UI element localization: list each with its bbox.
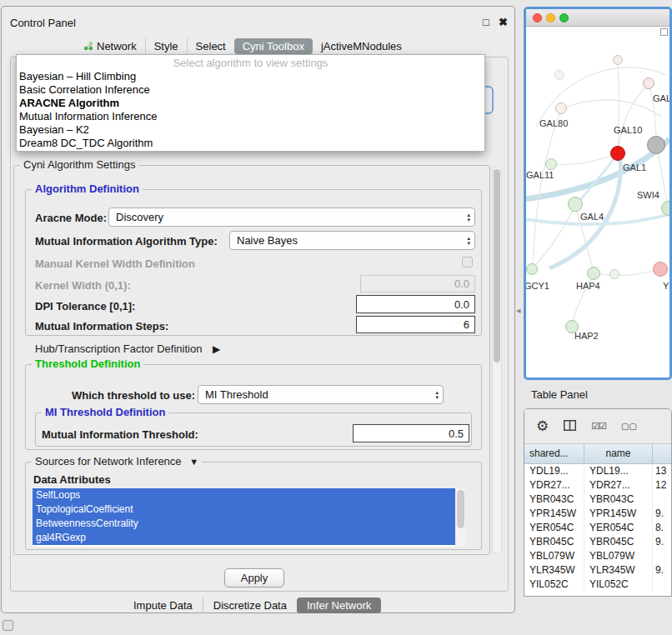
network-node-label: HAP2 (574, 331, 599, 341)
algorithm-option-bayesian-hill-climbing[interactable]: Bayesian – Hill Climbing (17, 70, 484, 83)
sources-collapser[interactable]: Sources for Network Inference ▼ (32, 456, 202, 468)
network-node[interactable] (643, 78, 654, 89)
table-cell: YLR345W (524, 563, 584, 578)
hub-definition-label: Hub/Transcription Factor Definition (35, 342, 202, 355)
tab-cyni-toolbox[interactable]: Cyni Toolbox (234, 38, 313, 54)
mi-threshold-field[interactable]: 0.5 (353, 424, 469, 442)
table-cell: 12 (653, 478, 671, 492)
dpi-tolerance-field[interactable]: 0.0 (356, 295, 475, 313)
close-icon[interactable]: ✖ (499, 16, 508, 28)
table-cell: YDL19... (584, 464, 653, 478)
algorithm-option-basic-correlation-inference[interactable]: Basic Correlation Inference (17, 83, 484, 97)
network-node-label: GAL10 (614, 125, 642, 135)
which-threshold-label: Which threshold to use: (72, 389, 195, 402)
network-node[interactable] (613, 55, 623, 65)
tab-impute-data[interactable]: Impute Data (123, 598, 203, 613)
table-row[interactable]: YPR145WYPR145W9. (524, 507, 671, 521)
columns-icon[interactable] (564, 420, 576, 433)
network-window-titlebar[interactable] (526, 9, 669, 27)
tab-select[interactable]: Select (187, 38, 234, 54)
algorithm-option-dream8-dc-tdc-algorithm[interactable]: Dream8 DC_TDC Algorithm (17, 137, 484, 150)
manual-kernel-width-label: Manual Kernel Width Definition (35, 258, 195, 270)
settings-scrollbar-thumb[interactable] (494, 169, 500, 362)
table-row[interactable]: YIL052CYIL052C (524, 578, 671, 592)
float-window-icon[interactable]: □ (483, 16, 489, 28)
which-threshold-select[interactable]: MI Threshold ▴▾ (198, 385, 444, 404)
algorithm-option-mutual-information-inference[interactable]: Mutual Information Inference (17, 110, 484, 123)
zoom-traffic-light[interactable] (559, 13, 569, 22)
tab-label: jActiveMNodules (321, 40, 402, 52)
panel-corner-icon[interactable] (3, 620, 13, 631)
mi-algorithm-type-value: Naive Bayes (237, 234, 298, 247)
mi-steps-field[interactable]: 6 (356, 316, 475, 333)
tab-style[interactable]: Style (145, 38, 187, 54)
apply-button[interactable]: Apply (224, 568, 284, 588)
table-cell: 9. (653, 563, 671, 578)
control-panel-tabbar: NetworkStyleSelectCyni ToolboxjActiveMNo… (75, 37, 410, 55)
table-cell: 9. (653, 535, 671, 549)
splitter-collapse-icon[interactable]: ◂ (516, 305, 521, 316)
column-header-col2[interactable] (653, 444, 671, 463)
attributes-scrollbar-thumb[interactable] (457, 490, 464, 528)
network-node[interactable] (587, 267, 600, 280)
algorithm-option-aracne-algorithm[interactable]: ARACNE Algorithm (17, 97, 484, 110)
table-cell: YER054C (584, 521, 653, 535)
network-node[interactable] (555, 102, 567, 114)
table-body: YDL19...YDL19...13YDR27...YDR27...12YBR0… (524, 464, 671, 592)
table-row[interactable]: YER054CYER054C8. (524, 521, 671, 535)
column-header-name[interactable]: name (584, 444, 653, 463)
manual-kernel-width-checkbox (462, 257, 473, 268)
table-cell: YPR145W (524, 507, 584, 521)
attribute-item-betweennesscentrality[interactable]: BetweennessCentrality (33, 517, 455, 531)
hub-definition-expander[interactable]: Hub/Transcription Factor Definition ▶ (35, 342, 220, 355)
tab-label: Network (97, 40, 137, 52)
algorithm-definition-title: Algorithm Definition (32, 183, 143, 194)
table-cell: YBL079W (584, 549, 653, 563)
aracne-mode-select[interactable]: Discovery ▴▾ (108, 208, 475, 227)
table-row[interactable]: YDR27...YDR27...12 (524, 478, 671, 492)
attribute-item-topologicalcoefficient[interactable]: TopologicalCoefficient (33, 502, 455, 517)
tab-label: Cyni Toolbox (243, 40, 304, 52)
network-node[interactable] (647, 136, 665, 154)
table-row[interactable]: YBR045CYBR045C9. (524, 535, 671, 549)
control-panel-window: Control Panel □ ✖ NetworkStyleSelectCyni… (1, 6, 515, 613)
expand-arrow-icon: ▶ (213, 343, 220, 355)
tab-discretize-data[interactable]: Discretize Data (203, 598, 297, 613)
table-cell: YLR345W (584, 563, 653, 578)
gear-icon[interactable]: ⚙ (536, 418, 549, 435)
network-node[interactable] (545, 158, 557, 170)
network-node[interactable] (653, 262, 668, 277)
table-row[interactable]: YLR345WYLR345W9. (524, 563, 671, 578)
mi-algorithm-type-select[interactable]: Naive Bayes ▴▾ (229, 231, 475, 250)
network-node[interactable] (526, 263, 538, 275)
tab-network[interactable]: Network (75, 38, 145, 54)
attribute-item-selfloops[interactable]: SelfLoops (33, 488, 455, 502)
close-traffic-light[interactable] (533, 13, 542, 22)
select-all-icon[interactable]: ☑☑ (591, 421, 606, 432)
network-node[interactable] (554, 70, 564, 80)
network-node-label: Y (663, 281, 669, 291)
column-header-shared[interactable]: shared... (524, 444, 584, 463)
network-node[interactable] (568, 197, 583, 212)
network-node[interactable] (610, 146, 625, 161)
deselect-all-icon[interactable]: ▢▢ (621, 422, 637, 431)
mi-threshold-title: MI Threshold Definition (42, 407, 168, 418)
network-canvas[interactable]: GALGAL80GAL10GAL11GAL1SWI4GAL4GCY1HAP4YH… (526, 27, 669, 378)
algorithm-option-bayesian-k2[interactable]: Bayesian – K2 (17, 123, 484, 137)
kernel-width-label: Kernel Width (0,1): (35, 279, 131, 292)
aracne-mode-value: Discovery (116, 211, 163, 223)
algorithm-option-list: Bayesian – Hill ClimbingBasic Correlatio… (17, 70, 484, 150)
table-cell: YBR043C (584, 492, 653, 507)
tab-jactivemnodules[interactable]: jActiveMNodules (313, 38, 410, 54)
network-node[interactable] (609, 269, 619, 279)
desktop: { "icons": { "float_icon": "□", "close_i… (0, 0, 672, 635)
table-row[interactable]: YBR043CYBR043C (524, 492, 671, 507)
combo-arrows-icon: ▴▾ (431, 390, 443, 400)
tab-infer-network[interactable]: Infer Network (297, 598, 381, 613)
table-row[interactable]: YBL079WYBL079W (524, 549, 671, 563)
minimize-traffic-light[interactable] (546, 13, 555, 22)
network-node-label: GAL11 (526, 170, 554, 180)
table-panel-window: ⚙ ☑☑ ▢▢ shared...name YDL19...YDL19...13… (524, 408, 672, 597)
table-row[interactable]: YDL19...YDL19...13 (524, 464, 671, 478)
attribute-item-gal4rgexp[interactable]: gal4RGexp (33, 531, 455, 545)
